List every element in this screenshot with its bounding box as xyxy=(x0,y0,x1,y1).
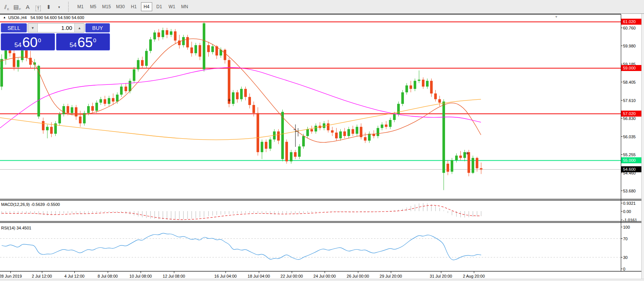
candle xyxy=(265,139,267,152)
candle-body xyxy=(17,60,19,67)
rsi-label: RSI(14) 34.4501 xyxy=(1,226,31,230)
candle-body xyxy=(211,46,214,52)
candle-body xyxy=(298,146,301,157)
buy-price-prefix: 54 xyxy=(70,41,77,49)
candle-body xyxy=(277,132,280,141)
candle-body xyxy=(418,80,420,81)
price-tick-label: 59.980 xyxy=(623,44,636,48)
candle xyxy=(455,153,458,163)
volume-control: ▼ ▲ xyxy=(28,23,85,33)
candle xyxy=(261,139,263,159)
candle-body xyxy=(170,31,172,35)
volume-increase-button[interactable]: ▲ xyxy=(74,24,84,32)
candle-body xyxy=(87,106,90,113)
ellipse-tool-icon[interactable]: ⫽E xyxy=(2,2,12,11)
candle xyxy=(269,137,272,151)
candle-body xyxy=(224,50,226,60)
timeframe-button-w1[interactable]: W1 xyxy=(166,2,178,11)
time-axis-label: 28 Jun 2019 xyxy=(0,274,22,278)
candle-body xyxy=(302,136,305,146)
timeframe-button-m30[interactable]: M30 xyxy=(114,2,126,11)
arrows-tool-icon[interactable]: ⬍ xyxy=(44,2,53,11)
volume-input[interactable] xyxy=(38,24,74,32)
chart-title-bar: ▲ USOil-,H4 54.590 54.600 54.590 54.600 xyxy=(0,14,621,20)
buy-button[interactable]: BUY xyxy=(85,23,110,33)
time-axis: 28 Jun 20192 Jul 12:004 Jul 12:008 Jul 0… xyxy=(0,271,485,278)
timeframe-button-m15[interactable]: M15 xyxy=(100,2,113,11)
sell-button[interactable]: SELL xyxy=(1,23,27,33)
candle xyxy=(54,121,57,136)
candle xyxy=(149,37,152,53)
candle-body xyxy=(472,158,474,173)
candle-body xyxy=(42,121,45,130)
candle-body xyxy=(459,155,462,158)
candle-body xyxy=(434,93,437,99)
candle-body xyxy=(393,114,396,120)
candle-body xyxy=(480,168,482,169)
toolbar-separator[interactable] xyxy=(68,2,72,12)
candle-body xyxy=(265,142,267,149)
candle-body xyxy=(290,152,292,161)
candle-body xyxy=(166,30,168,35)
candle xyxy=(352,126,354,136)
candle-body xyxy=(438,99,441,103)
candle xyxy=(207,42,210,57)
candle xyxy=(244,87,247,101)
candle xyxy=(186,35,189,50)
fibonacci-tool-icon[interactable]: ▤F xyxy=(12,2,22,11)
candle-body xyxy=(137,60,139,70)
timeframe-button-m5[interactable]: M5 xyxy=(88,2,99,11)
candle-body xyxy=(377,128,379,136)
candle xyxy=(335,128,338,141)
text-label-tool-icon[interactable]: T xyxy=(33,2,43,11)
candle-body xyxy=(207,45,210,52)
arrows-dropdown-caret-icon[interactable]: ▾ xyxy=(54,2,64,11)
candle xyxy=(451,158,453,174)
candle-body xyxy=(447,164,449,172)
candle-body xyxy=(476,158,478,169)
fibonacci-tool-icon: ▤ xyxy=(13,3,19,11)
fibonacci-tool-icon-sub: F xyxy=(19,7,21,11)
candle xyxy=(141,57,144,68)
candle-body xyxy=(343,132,346,136)
candle-body xyxy=(91,106,94,111)
candle xyxy=(306,127,309,138)
candle xyxy=(360,123,362,139)
rsi-tick-label: 0 xyxy=(623,267,625,271)
chart-shift-marker-icon[interactable]: ▼ xyxy=(555,15,558,19)
trade-controls-row: SELL ▼ ▲ BUY xyxy=(1,23,110,33)
timeframe-button-mn[interactable]: MN xyxy=(179,2,190,11)
arrows-tool-icon: ⬍ xyxy=(46,3,51,11)
buy-price-button[interactable]: 54 65 0 xyxy=(56,33,110,50)
candle xyxy=(389,118,392,129)
timeframe-button-m1[interactable]: M1 xyxy=(75,2,86,11)
candle xyxy=(13,47,15,71)
candle-body xyxy=(356,127,358,134)
candle-body xyxy=(414,81,416,89)
candle-body xyxy=(46,127,49,130)
text-tool-icon[interactable]: A xyxy=(23,2,33,11)
sell-price-button[interactable]: 54 60 0 xyxy=(1,33,55,50)
candle-body xyxy=(257,113,259,152)
candle-body xyxy=(129,81,131,91)
volume-decrease-button[interactable]: ▼ xyxy=(28,24,38,32)
candle xyxy=(232,90,234,106)
collapse-triangle-icon[interactable]: ▲ xyxy=(3,16,6,19)
candle xyxy=(480,163,482,174)
candle-body xyxy=(430,81,433,93)
candle-body xyxy=(0,59,3,87)
timeframe-button-d1[interactable]: D1 xyxy=(154,2,165,11)
candle-body xyxy=(310,129,313,132)
candle xyxy=(290,150,292,164)
candle xyxy=(434,90,437,102)
candle-body xyxy=(133,70,135,81)
candle-body xyxy=(381,124,383,128)
sell-price-pip: 0 xyxy=(38,38,41,43)
timeframe-button-h1[interactable]: H1 xyxy=(128,2,139,11)
vertical-scrollbar[interactable] xyxy=(641,14,644,279)
candle-body xyxy=(442,102,445,173)
candle xyxy=(414,78,416,91)
timeframe-button-h4[interactable]: H4 xyxy=(141,2,152,11)
price-axis: 60.76059.98059.18558.40557.61056.83056.0… xyxy=(621,14,643,271)
text-label-tool-icon: T xyxy=(36,6,41,11)
